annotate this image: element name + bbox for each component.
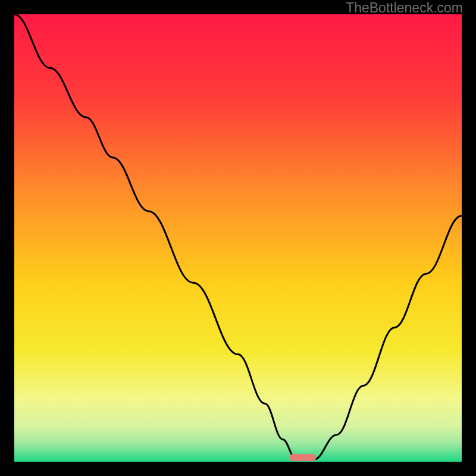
watermark-text: TheBottleneck.com: [346, 0, 463, 16]
gradient-background: [14, 14, 462, 462]
chart-canvas: [14, 14, 462, 462]
optimal-marker: [289, 454, 316, 461]
bottleneck-chart: [14, 14, 462, 462]
